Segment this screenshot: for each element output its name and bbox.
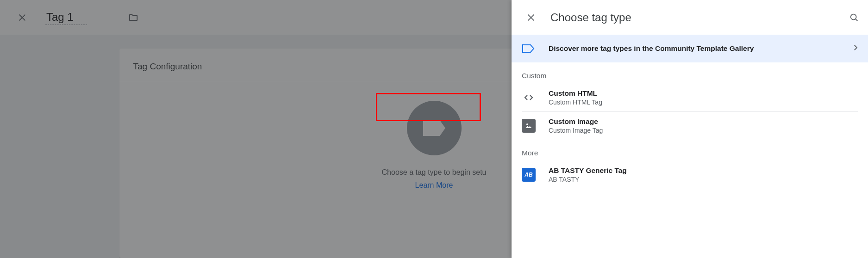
- search-icon[interactable]: [845, 8, 863, 27]
- chevron-right-icon: [851, 43, 860, 54]
- ab-tasty-icon: AB: [522, 168, 536, 182]
- item-sub: AB TASTY: [549, 176, 627, 183]
- choose-tag-type-panel: Choose tag type Discover more tag types …: [512, 0, 868, 258]
- tag-type-ab-tasty[interactable]: AB AB TASTY Generic Tag AB TASTY: [522, 161, 858, 189]
- item-name: Custom Image: [549, 117, 603, 126]
- item-name: AB TASTY Generic Tag: [549, 166, 627, 175]
- tag-outline-icon: [522, 42, 535, 55]
- svg-point-1: [526, 123, 528, 125]
- item-sub: Custom Image Tag: [549, 127, 603, 134]
- tag-type-custom-image[interactable]: Custom Image Custom Image Tag: [522, 112, 858, 140]
- tag-type-custom-html[interactable]: Custom HTML Custom HTML Tag: [522, 84, 858, 112]
- image-icon: [522, 119, 536, 133]
- item-name: Custom HTML: [549, 89, 602, 98]
- code-icon: [522, 91, 536, 104]
- section-label-more: More: [512, 140, 868, 161]
- panel-header: Choose tag type: [512, 0, 868, 35]
- section-label-custom: Custom: [512, 62, 868, 84]
- community-gallery-banner[interactable]: Discover more tag types in the Community…: [512, 35, 868, 62]
- item-sub: Custom HTML Tag: [549, 98, 602, 106]
- panel-title: Choose tag type: [550, 11, 845, 24]
- banner-text: Discover more tag types in the Community…: [549, 44, 851, 53]
- close-icon[interactable]: [522, 8, 540, 27]
